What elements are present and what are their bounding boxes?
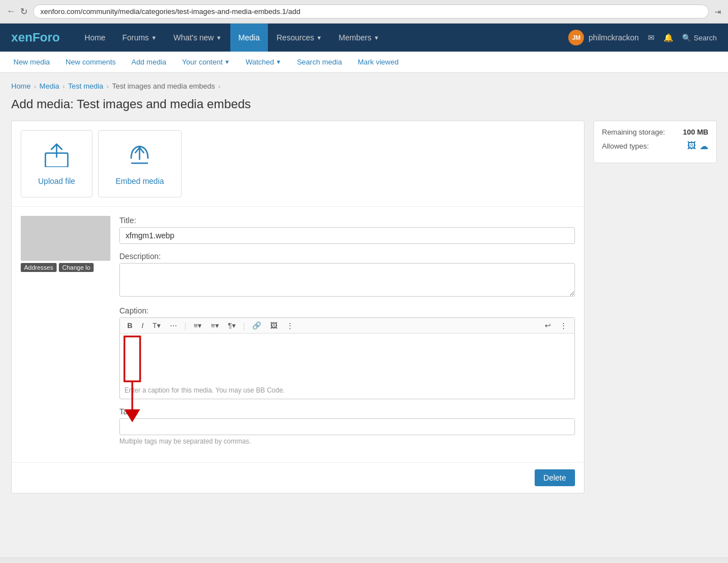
description-field-group: Description:	[119, 252, 575, 298]
form-fields: Title: Description: Caption: B	[119, 216, 575, 453]
sec-nav-watched[interactable]: Watched ▼	[243, 52, 284, 73]
form-area: Addresses Change lo Title: Description:	[12, 207, 584, 462]
undo-button[interactable]: ↩	[542, 320, 554, 331]
main-layout: Upload file Embed media	[11, 121, 717, 493]
resources-arrow-icon: ▼	[316, 35, 322, 41]
toolbar-sep-2: |	[243, 321, 245, 330]
description-label: Description:	[119, 252, 575, 261]
tags-input[interactable]	[119, 418, 575, 435]
avatar: JM	[568, 30, 584, 45]
nav-right: JM philmckrackon ✉ 🔔 🔍 Search	[568, 30, 717, 45]
remaining-storage-row: Remaining storage: 100 MB	[602, 128, 708, 136]
logo: xenForo	[11, 30, 60, 45]
tags-label: Tags:	[119, 407, 575, 416]
thumbnail-area: Addresses Change lo	[21, 216, 110, 453]
page-container: Home › Media › Test media › Test images …	[0, 73, 728, 557]
username: philmckrackon	[588, 33, 638, 42]
upload-file-label: Upload file	[38, 177, 75, 186]
allowed-types-row: Allowed types: 🖼 ☁	[602, 141, 708, 151]
members-arrow-icon: ▼	[374, 35, 379, 41]
search-button[interactable]: 🔍 Search	[682, 34, 717, 42]
url-bar[interactable]: xenforo.com/community/media/categories/t…	[33, 4, 709, 19]
form-actions: Delete	[12, 462, 584, 493]
allowed-types-label: Allowed types:	[602, 142, 649, 150]
allowed-types-icons: 🖼 ☁	[687, 141, 708, 151]
sec-nav-new-media[interactable]: New media	[11, 52, 52, 73]
cloud-type-icon: ☁	[699, 141, 708, 151]
tags-hint: Multiple tags may be separated by commas…	[119, 437, 575, 445]
embed-media-button[interactable]: Embed media	[98, 130, 181, 197]
breadcrumb-sep-3: ›	[106, 83, 109, 90]
remaining-storage-value: 100 MB	[683, 128, 708, 136]
toolbar-right: ↩ ⋮	[542, 320, 570, 331]
text-style-button[interactable]: T▾	[150, 320, 164, 331]
back-icon[interactable]: ←	[7, 6, 16, 17]
delete-button[interactable]: Delete	[535, 469, 575, 486]
image-button[interactable]: 🖼	[267, 320, 280, 331]
caption-field-group: Caption: B I T▾ ⋯ | ≡▾ ≡▾ ¶▾	[119, 306, 575, 399]
forums-arrow-icon: ▼	[151, 35, 157, 41]
sec-nav-your-content[interactable]: Your content ▼	[180, 52, 232, 73]
sec-nav-mark-viewed[interactable]: Mark viewed	[355, 52, 401, 73]
caption-editor: B I T▾ ⋯ | ≡▾ ≡▾ ¶▾ | 🔗 🖼	[119, 317, 575, 399]
thumbnail-actions: Addresses Change lo	[21, 263, 110, 272]
sec-nav-add-media[interactable]: Add media	[129, 52, 169, 73]
nav-resources[interactable]: Resources ▼	[269, 24, 330, 52]
breadcrumb-home[interactable]: Home	[11, 82, 31, 90]
title-input[interactable]	[119, 227, 575, 244]
nav-whats-new[interactable]: What's new ▼	[166, 24, 230, 52]
breadcrumb-media[interactable]: Media	[39, 82, 59, 90]
align-button[interactable]: ≡▾	[208, 320, 222, 331]
bell-icon[interactable]: 🔔	[664, 33, 673, 42]
tags-field-group: Tags: Multiple tags may be separated by …	[119, 407, 575, 445]
title-field-group: Title:	[119, 216, 575, 244]
bold-button[interactable]: B	[124, 320, 135, 331]
sidebar: Remaining storage: 100 MB Allowed types:…	[593, 121, 717, 163]
description-input[interactable]	[119, 263, 575, 297]
svg-rect-2	[124, 336, 140, 381]
main-content-panel: Upload file Embed media	[11, 121, 585, 493]
caption-hint: Enter a caption for this media. You may …	[120, 384, 574, 399]
nav-media[interactable]: Media	[230, 24, 267, 52]
nav-home[interactable]: Home	[77, 24, 113, 52]
italic-button[interactable]: I	[138, 320, 146, 331]
thumbnail-image	[21, 216, 110, 261]
cast-icon: ⇥	[715, 7, 721, 16]
mail-icon[interactable]: ✉	[648, 33, 655, 42]
user-info[interactable]: JM philmckrackon	[568, 30, 638, 45]
nav-items: Home Forums ▼ What's new ▼ Media Resourc…	[77, 24, 569, 52]
breadcrumb-sep-4: ›	[219, 83, 221, 90]
upload-file-icon	[43, 142, 71, 172]
list-button[interactable]: ≡▾	[191, 320, 205, 331]
browser-bar: ← ↻ xenforo.com/community/media/categori…	[0, 0, 728, 24]
toolbar-menu-button[interactable]: ⋮	[557, 320, 570, 331]
title-label: Title:	[119, 216, 575, 225]
caption-body[interactable]	[120, 334, 574, 384]
addresses-button[interactable]: Addresses	[21, 263, 57, 272]
breadcrumb-test-media[interactable]: Test media	[68, 82, 103, 90]
caption-label: Caption:	[119, 306, 575, 315]
sec-nav-new-comments[interactable]: New comments	[63, 52, 118, 73]
breadcrumb-sep-1: ›	[34, 83, 36, 90]
upload-file-button[interactable]: Upload file	[21, 130, 92, 197]
reload-icon[interactable]: ↻	[20, 6, 27, 17]
more2-button[interactable]: ⋮	[284, 320, 296, 331]
upload-options: Upload file Embed media	[12, 121, 584, 207]
secondary-nav: New media New comments Add media Your co…	[0, 52, 728, 73]
change-log-button[interactable]: Change lo	[59, 263, 94, 272]
link-button[interactable]: 🔗	[249, 320, 264, 331]
watched-arrow-icon: ▼	[276, 59, 281, 65]
embed-media-icon	[126, 142, 154, 172]
nav-forums[interactable]: Forums ▼	[114, 24, 164, 52]
image-type-icon: 🖼	[687, 141, 696, 151]
top-nav: xenForo Home Forums ▼ What's new ▼ Media…	[0, 24, 728, 52]
sec-nav-search-media[interactable]: Search media	[295, 52, 344, 73]
save-bar: 💾 Save	[0, 557, 728, 563]
nav-members[interactable]: Members ▼	[331, 24, 387, 52]
remaining-storage-label: Remaining storage:	[602, 128, 665, 136]
breadcrumb-sep-2: ›	[63, 83, 65, 90]
para-button[interactable]: ¶▾	[225, 320, 239, 331]
more-button[interactable]: ⋯	[167, 320, 180, 331]
breadcrumb-current: Test images and media embeds	[112, 82, 215, 90]
embed-media-label: Embed media	[115, 177, 164, 186]
